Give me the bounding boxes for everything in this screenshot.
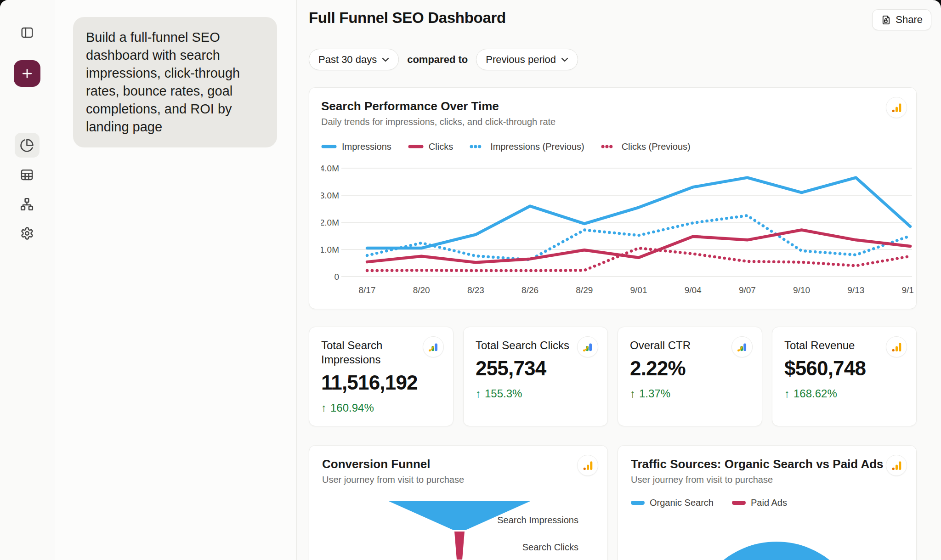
legend-item-impressions-previous[interactable]: Impressions (Previous)	[470, 141, 584, 152]
kpi-delta: ↑1.37%	[630, 387, 750, 400]
search-performance-card: Search Performance Over Time Daily trend…	[309, 87, 917, 309]
multicolor-chart-icon	[582, 341, 594, 353]
chart-title: Search Performance Over Time	[321, 99, 904, 113]
share-button[interactable]: Share	[872, 9, 931, 30]
up-arrow-icon: ↑	[321, 402, 327, 414]
clicks-swatch-icon	[408, 144, 424, 149]
funnel-title: Conversion Funnel	[322, 457, 595, 471]
analytics-bars-icon	[582, 460, 594, 471]
panel-toggle-button[interactable]	[15, 20, 40, 45]
kpi-card-revenue: Total Revenue $560,748 ↑168.62%	[772, 327, 917, 426]
kpi-label: Overall CTR	[630, 338, 726, 352]
nav-settings-button[interactable]	[15, 221, 40, 246]
chart-subtitle: Daily trends for impressions, clicks, an…	[321, 116, 904, 128]
panel-left-icon	[20, 26, 34, 40]
x-axis-tick-label: 9/04	[685, 285, 702, 295]
nav-table-button[interactable]	[15, 162, 40, 187]
date-range-value: Past 30 days	[318, 54, 377, 66]
kpi-badge	[423, 336, 444, 357]
traffic-title: Traffic Sources: Organic Search vs Paid …	[631, 457, 903, 471]
x-axis-tick-label: 9/13	[847, 285, 864, 295]
plus-icon	[20, 67, 34, 80]
new-dashboard-button[interactable]	[14, 60, 40, 87]
performance-chart-svg[interactable]: 4.0M3.0M2.0M1.0M08/178/208/238/268/299/0…	[321, 161, 914, 299]
chevron-down-icon	[382, 57, 389, 62]
chart-legend: Impressions Clicks Impressions (Previous…	[321, 141, 904, 152]
kpi-label: Total Search Clicks	[476, 338, 572, 352]
kpi-label: Total Revenue	[784, 338, 881, 352]
x-axis-tick-label: 8/23	[467, 285, 484, 295]
kpi-delta: ↑160.94%	[321, 402, 441, 414]
clicks-previous-swatch-icon	[601, 144, 617, 149]
chart-type-badge	[577, 455, 598, 476]
chat-panel: Build a full-funnel SEO dashboard with s…	[55, 0, 297, 560]
x-axis-tick-label: 9/01	[630, 285, 647, 295]
impressions-previous-swatch-icon	[470, 144, 485, 149]
funnel-stage-clicks	[454, 532, 465, 560]
legend-item-clicks[interactable]: Clicks	[408, 141, 453, 152]
comparison-controls: Past 30 days compared to Previous period	[309, 49, 917, 70]
traffic-sources-card: Traffic Sources: Organic Search vs Paid …	[618, 445, 917, 560]
up-arrow-icon: ↑	[784, 387, 790, 400]
y-axis-tick-label: 4.0M	[321, 164, 339, 173]
kpi-delta: ↑155.3%	[476, 387, 595, 400]
dashboard-main[interactable]: Full Funnel SEO Dashboard Share Past 30 …	[297, 0, 941, 560]
chevron-down-icon	[561, 57, 568, 62]
analytics-bars-icon	[891, 102, 902, 113]
y-axis-tick-label: 3.0M	[321, 191, 339, 200]
legend-item-impressions[interactable]: Impressions	[321, 141, 391, 152]
kpi-value: 2.22%	[630, 357, 750, 380]
x-axis-tick-label: 8/26	[522, 285, 539, 295]
share-lock-doc-icon	[881, 15, 891, 25]
nav-charts-button[interactable]	[15, 133, 40, 158]
legend-item-paid-ads[interactable]: Paid Ads	[732, 498, 787, 508]
legend-item-clicks-previous[interactable]: Clicks (Previous)	[601, 141, 691, 152]
multicolor-chart-icon	[737, 341, 748, 353]
legend-item-organic-search[interactable]: Organic Search	[631, 498, 714, 508]
kpi-value: 255,734	[476, 357, 595, 380]
x-axis-tick-label: 8/17	[359, 285, 376, 295]
dashboard-header: Full Funnel SEO Dashboard Share	[309, 9, 917, 31]
conversion-funnel-card: Conversion Funnel User journey from visi…	[309, 445, 608, 560]
icon-rail	[0, 0, 54, 560]
y-axis-tick-label: 2.0M	[321, 218, 339, 227]
paid-ads-swatch-icon	[732, 501, 746, 505]
compare-period-select[interactable]: Previous period	[476, 49, 578, 70]
chart-type-badge	[886, 97, 907, 118]
settings-icon	[20, 226, 34, 240]
traffic-subtitle: User journey from visit to purchase	[631, 474, 903, 486]
compared-to-label: compared to	[407, 54, 468, 66]
analytics-bars-icon	[891, 460, 902, 471]
funnel-subtitle: User journey from visit to purchase	[322, 474, 595, 486]
kpi-delta: ↑168.62%	[784, 387, 904, 400]
funnel-stage-label: Search Clicks	[522, 542, 578, 553]
kpi-row: Total Search Impressions 11,516,192 ↑160…	[309, 327, 917, 426]
table-icon	[20, 168, 34, 182]
nav-sitemap-button[interactable]	[15, 192, 40, 216]
kpi-badge	[731, 336, 753, 357]
up-arrow-icon: ↑	[630, 387, 635, 400]
user-prompt-bubble: Build a full-funnel SEO dashboard with s…	[73, 17, 277, 147]
kpi-card-clicks: Total Search Clicks 255,734 ↑155.3%	[463, 327, 608, 426]
rail-nav-group	[15, 133, 40, 246]
kpi-value: $560,748	[784, 357, 904, 380]
compare-period-value: Previous period	[486, 54, 556, 66]
date-range-select[interactable]: Past 30 days	[309, 49, 399, 70]
pie-chart-icon	[20, 138, 34, 153]
y-axis-tick-label: 0	[334, 272, 339, 282]
traffic-pie-chart[interactable]	[691, 542, 862, 560]
multicolor-chart-icon	[428, 341, 439, 353]
sitemap-icon	[20, 197, 34, 211]
x-axis-tick-label: 9/16	[902, 285, 914, 295]
impressions-swatch-icon	[321, 144, 337, 149]
share-button-label: Share	[896, 14, 923, 26]
kpi-badge	[886, 336, 907, 357]
app-window: Build a full-funnel SEO dashboard with s…	[0, 0, 941, 560]
x-axis-tick-label: 9/10	[793, 285, 810, 295]
kpi-value: 11,516,192	[321, 371, 441, 394]
organic-search-swatch-icon	[631, 501, 645, 505]
up-arrow-icon: ↑	[476, 387, 481, 400]
analytics-bars-icon	[891, 341, 902, 353]
kpi-badge	[577, 336, 598, 357]
bottom-row: Conversion Funnel User journey from visi…	[309, 445, 917, 560]
